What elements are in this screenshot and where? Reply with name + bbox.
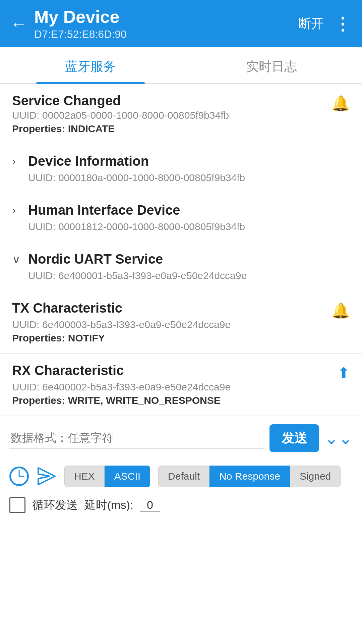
bottom-toolbar: HEX ASCII Default No Response Signed [0,458,362,494]
rx-char-content: RX Characteristic UUID: 6e400002-b5a3-f3… [12,363,331,406]
hid-header: › Human Interface Device [12,203,350,218]
tx-char-name: TX Characteristic [12,301,325,316]
device-info-name: Device Information [28,154,149,169]
send-template-button[interactable] [37,467,56,486]
cycle-checkbox[interactable] [9,497,25,513]
hex-tag[interactable]: HEX [64,466,105,487]
header-left: ← My Device D7:E7:52:E8:6D:90 [10,7,127,41]
send-icon [37,467,56,486]
input-row: 发送 ⌄⌄ [9,424,353,452]
tab-realtime-log[interactable]: 实时日志 [181,47,362,83]
service-changed-uuid: UUID: 00002a05-0000-1000-8000-00805f9b34… [12,110,325,121]
tab-bar: 蓝牙服务 实时日志 [0,47,362,84]
hid-uuid: UUID: 00001812-0000-1000-8000-00805f9b34… [12,221,350,232]
disconnect-button[interactable]: 断开 [298,15,324,32]
char-item-tx[interactable]: TX Characteristic UUID: 6e400003-b5a3-f3… [0,291,362,354]
rx-char-uuid: UUID: 6e400002-b5a3-f393-e0a9-e50e24dcca… [12,381,331,393]
clock-icon [9,467,29,486]
service-item-service-changed[interactable]: Service Changed UUID: 00002a05-0000-1000… [0,84,362,144]
char-item-rx[interactable]: RX Characteristic UUID: 6e400002-b5a3-f3… [0,354,362,416]
no-response-tag[interactable]: No Response [209,466,290,487]
hid-content: › Human Interface Device UUID: 00001812-… [12,203,350,232]
cycle-row: 循环发送 延时(ms): 0 [0,494,362,523]
signed-tag[interactable]: Signed [290,466,341,487]
tx-char-properties: Properties: NOTIFY [12,332,325,344]
service-changed-content: Service Changed UUID: 00002a05-0000-1000… [12,93,325,135]
device-name: My Device [34,7,127,27]
tx-char-content: TX Characteristic UUID: 6e400003-b5a3-f3… [12,301,325,344]
more-menu-button[interactable]: ⋮ [334,15,352,33]
service-item-device-info[interactable]: › Device Information UUID: 0000180a-0000… [0,144,362,193]
service-item-nordic-uart[interactable]: ∨ Nordic UART Service UUID: 6e400001-b5a… [0,242,362,291]
device-info-uuid: UUID: 0000180a-0000-1000-8000-00805f9b34… [12,172,350,183]
data-input[interactable] [9,428,264,448]
service-changed-notify-icon[interactable]: 🔔 [331,95,350,112]
default-tag[interactable]: Default [158,466,209,487]
send-button[interactable]: 发送 [269,424,319,452]
tx-char-uuid: UUID: 6e400003-b5a3-f393-e0a9-e50e24dcca… [12,319,325,330]
cycle-label: 循环发送 [32,497,78,513]
cycle-delay-value[interactable]: 0 [140,498,160,512]
input-area: 发送 ⌄⌄ [0,416,362,458]
tx-notify-icon[interactable]: 🔔 [331,302,350,319]
back-button[interactable]: ← [10,15,27,33]
rx-char-properties: Properties: WRITE, WRITE_NO_RESPONSE [12,395,331,406]
device-info-header: › Device Information [12,154,350,169]
chevron-right-icon: › [12,155,22,168]
service-changed-name: Service Changed [12,93,325,108]
chevron-down-icon-nordic: ∨ [12,253,22,266]
rx-char-name: RX Characteristic [12,363,331,378]
nordic-uart-content: ∨ Nordic UART Service UUID: 6e400001-b5a… [12,252,350,281]
device-info-content: › Device Information UUID: 0000180a-0000… [12,154,350,183]
svg-marker-0 [38,468,55,485]
cycle-delay-label: 延时(ms): [84,497,133,513]
device-mac: D7:E7:52:E8:6D:90 [34,28,127,41]
tab-bluetooth-services[interactable]: 蓝牙服务 [0,47,181,83]
ascii-tag[interactable]: ASCII [105,466,150,487]
response-group: Default No Response Signed [158,466,341,487]
service-item-hid[interactable]: › Human Interface Device UUID: 00001812-… [0,193,362,242]
hid-name: Human Interface Device [28,203,180,218]
rx-upload-icon[interactable]: ⬆ [338,364,350,381]
history-button[interactable] [9,467,29,486]
chevron-right-icon-hid: › [12,204,22,217]
header-title-block: My Device D7:E7:52:E8:6D:90 [34,7,127,41]
expand-input-icon[interactable]: ⌄⌄ [324,429,353,448]
app-header: ← My Device D7:E7:52:E8:6D:90 断开 ⋮ [0,0,362,47]
nordic-uart-uuid: UUID: 6e400001-b5a3-f393-e0a9-e50e24dcca… [12,270,350,281]
header-right: 断开 ⋮ [298,15,352,33]
nordic-uart-header: ∨ Nordic UART Service [12,252,350,267]
nordic-uart-name: Nordic UART Service [28,252,163,267]
encoding-group: HEX ASCII [64,466,150,487]
service-changed-properties: Properties: INDICATE [12,123,325,135]
